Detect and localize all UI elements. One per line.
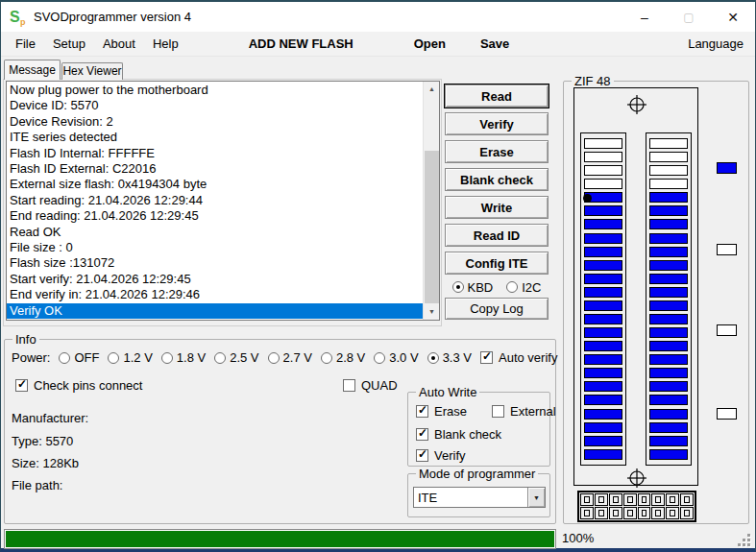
close-button[interactable]: ✕ bbox=[711, 2, 755, 32]
pin-row bbox=[584, 165, 622, 176]
quad-checkbox-icon[interactable] bbox=[343, 379, 355, 392]
check-pins-connect[interactable]: Check pins connect bbox=[15, 378, 142, 393]
interface-kbd-radio-icon[interactable] bbox=[452, 281, 464, 293]
power-1-2-v-radio-icon[interactable] bbox=[108, 352, 119, 364]
auto-write-blank-check-checkbox-icon[interactable] bbox=[416, 428, 428, 441]
auto-write-verify[interactable]: Verify bbox=[416, 448, 466, 463]
log-line[interactable]: Device Revision: 2 bbox=[7, 114, 423, 130]
scroll-down-icon[interactable]: ▼ bbox=[424, 304, 440, 320]
power-3-3-v-radio-icon[interactable] bbox=[427, 352, 439, 364]
log-line[interactable]: End reading: 21.04.2026 12:29:45 bbox=[7, 208, 423, 224]
indicator-led bbox=[717, 162, 737, 174]
log-line[interactable]: Verify OK bbox=[7, 303, 423, 319]
log-line[interactable]: End verify in: 21.04.2026 12:29:46 bbox=[7, 287, 423, 302]
power-label: Power: bbox=[12, 350, 50, 365]
log-line[interactable]: Device ID: 5570 bbox=[7, 98, 423, 113]
power-3-3-v[interactable]: 3.3 V bbox=[427, 350, 472, 365]
log-line[interactable]: Start reading: 21.04.2026 12:29:44 bbox=[7, 193, 423, 208]
auto-write-erase[interactable]: Erase bbox=[416, 404, 467, 419]
info-field-type: Type: 5570 bbox=[12, 434, 73, 448]
power-off-radio-icon[interactable] bbox=[59, 352, 70, 364]
log-line[interactable]: Start verify: 21.04.2026 12:29:45 bbox=[7, 272, 423, 287]
connector-pin bbox=[680, 507, 694, 519]
power-2-7-v-label: 2.7 V bbox=[283, 350, 312, 365]
menu-item-about[interactable]: About bbox=[103, 36, 135, 51]
log-line[interactable]: External size flash: 0x4194304 byte bbox=[7, 177, 423, 192]
interface-kbd[interactable]: KBD bbox=[452, 280, 494, 295]
auto-verify[interactable]: Auto verify bbox=[480, 350, 557, 365]
copy-log-button[interactable]: Copy Log bbox=[445, 298, 549, 320]
pin-row bbox=[584, 422, 622, 433]
power-3-0-v-radio-icon[interactable] bbox=[374, 352, 385, 364]
power-2-7-v-radio-icon[interactable] bbox=[268, 352, 280, 364]
vertical-scrollbar[interactable]: ▲ ▼ bbox=[423, 82, 439, 320]
power-2-8-v-radio-icon[interactable] bbox=[321, 352, 332, 364]
indicator-led bbox=[717, 408, 737, 420]
menu-item-open[interactable]: Open bbox=[414, 36, 446, 51]
read-button[interactable]: Read bbox=[445, 84, 549, 108]
tab-message[interactable]: Message bbox=[4, 60, 61, 80]
log-line[interactable]: Flash size :131072 bbox=[7, 255, 423, 271]
power-1-8-v-radio-icon[interactable] bbox=[161, 352, 173, 364]
resize-grip[interactable] bbox=[738, 534, 751, 547]
menu-item-language[interactable]: Language bbox=[688, 36, 744, 51]
screw-crosshair-icon bbox=[626, 468, 647, 489]
quad[interactable]: QUAD bbox=[343, 378, 398, 393]
pin-row bbox=[584, 247, 622, 257]
pin-row bbox=[584, 260, 622, 271]
mode-title: Mode of programmer bbox=[416, 467, 538, 481]
menu-item-file[interactable]: File bbox=[15, 36, 36, 51]
grip-dot bbox=[747, 543, 750, 546]
tab-hex-viewer[interactable]: Hex Viewer bbox=[61, 62, 123, 80]
connector-pin bbox=[651, 493, 665, 506]
auto-write-external[interactable]: External bbox=[492, 404, 556, 419]
log-line[interactable]: Flash ID Internal: FFFFFE bbox=[7, 146, 423, 161]
power-1-8-v[interactable]: 1.8 V bbox=[161, 350, 206, 365]
scroll-up-icon[interactable]: ▲ bbox=[424, 82, 440, 97]
mode-combobox[interactable]: ITE ▼ bbox=[413, 487, 546, 508]
log-line[interactable]: Flash ID External: C22016 bbox=[7, 161, 423, 177]
power-2-8-v[interactable]: 2.8 V bbox=[321, 350, 365, 365]
auto-write-external-label: External bbox=[510, 404, 556, 419]
auto-write-verify-checkbox-icon[interactable] bbox=[416, 449, 428, 462]
interface-i2c-radio-icon[interactable] bbox=[506, 281, 518, 293]
log-line[interactable]: Now plug power to the motherboard bbox=[7, 83, 423, 98]
power-2-7-v[interactable]: 2.7 V bbox=[268, 350, 312, 365]
verify-button[interactable]: Verify bbox=[445, 112, 549, 135]
minimize-button[interactable]: – bbox=[622, 2, 667, 32]
connector-pin bbox=[595, 493, 608, 506]
log-line[interactable]: Read OK bbox=[7, 225, 423, 240]
power-off[interactable]: OFF bbox=[59, 350, 99, 365]
power-2-8-v-label: 2.8 V bbox=[336, 350, 365, 365]
auto-write-blank-check[interactable]: Blank check bbox=[416, 427, 501, 442]
scrollbar-thumb[interactable] bbox=[425, 151, 439, 303]
erase-button[interactable]: Erase bbox=[445, 140, 549, 163]
write-button[interactable]: Write bbox=[445, 196, 549, 219]
auto-verify-checkbox-icon[interactable] bbox=[480, 351, 493, 364]
menu-item-add-new-flash[interactable]: ADD NEW FLASH bbox=[249, 36, 354, 51]
check-pins-connect-checkbox-icon[interactable] bbox=[15, 379, 28, 392]
maximize-button[interactable]: ▢ bbox=[667, 2, 711, 32]
menu-item-setup[interactable]: Setup bbox=[53, 36, 85, 51]
check-pins-checkbox-row: Check pins connect bbox=[15, 378, 142, 393]
menu-item-help[interactable]: Help bbox=[153, 36, 179, 51]
config-ite-button[interactable]: Config ITE bbox=[445, 252, 549, 275]
auto-write-external-checkbox-icon[interactable] bbox=[492, 405, 504, 418]
pin-row bbox=[584, 152, 622, 162]
chevron-down-icon[interactable]: ▼ bbox=[527, 488, 545, 507]
power-2-5-v-radio-icon[interactable] bbox=[214, 352, 226, 364]
log-line[interactable]: ITE series detected bbox=[7, 130, 423, 145]
connector-pin bbox=[595, 507, 608, 519]
log-line[interactable]: File size : 0 bbox=[7, 240, 423, 255]
info-field-size: Size: 128Kb bbox=[12, 456, 79, 470]
menu-item-save[interactable]: Save bbox=[480, 36, 509, 51]
power-2-5-v[interactable]: 2.5 V bbox=[214, 350, 258, 365]
read-id-button[interactable]: Read ID bbox=[445, 224, 549, 247]
power-1-2-v[interactable]: 1.2 V bbox=[108, 350, 152, 365]
blank-check-button[interactable]: Blank check bbox=[445, 168, 549, 191]
interface-i2c[interactable]: I2C bbox=[506, 280, 541, 295]
pin-row bbox=[584, 449, 622, 460]
auto-write-erase-checkbox-icon[interactable] bbox=[416, 405, 428, 418]
app-window: Sp SVODprogrammer version 4 – ▢ ✕ FileSe… bbox=[0, 0, 756, 552]
power-3-0-v[interactable]: 3.0 V bbox=[374, 350, 418, 365]
